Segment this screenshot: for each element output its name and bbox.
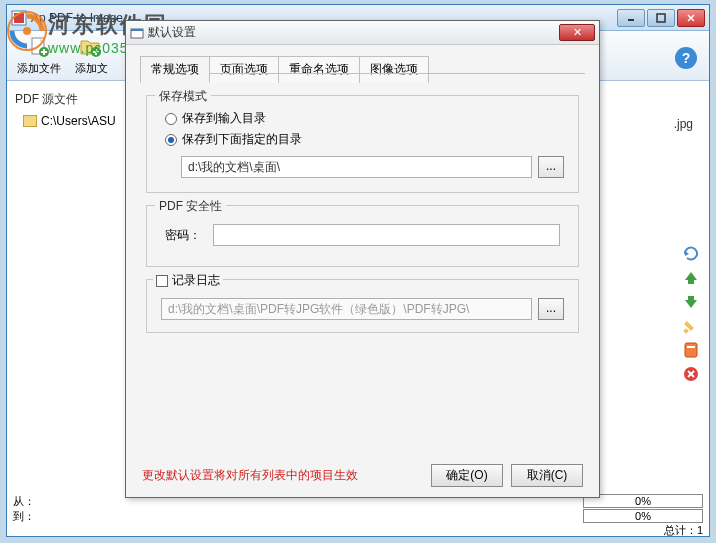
svg-marker-14 (685, 251, 689, 256)
cancel-button[interactable]: 取消(C) (511, 464, 583, 487)
total-count: 总计：1 (664, 523, 703, 538)
save-mode-legend: 保存模式 (155, 88, 211, 105)
edit-icon[interactable] (682, 317, 700, 335)
svg-marker-16 (685, 296, 697, 308)
log-label: 记录日志 (172, 272, 220, 289)
security-legend: PDF 安全性 (155, 198, 226, 215)
progress-area: 0% 0% (583, 494, 703, 524)
browse-save-button[interactable]: ... (538, 156, 564, 178)
password-input[interactable] (213, 224, 560, 246)
tab-general[interactable]: 常规选项 (140, 56, 210, 83)
save-mode-fieldset: 保存模式 保存到输入目录 保存到下面指定的目录 d:\我的文档\桌面\ ... (146, 95, 579, 193)
svg-rect-27 (131, 29, 143, 31)
log-fieldset: 记录日志 d:\我的文档\桌面\PDF转JPG软件（绿色版）\PDF转JPG\ … (146, 279, 579, 333)
close-button[interactable] (677, 9, 705, 27)
add-file-button[interactable]: 添加文件 (15, 33, 63, 76)
maximize-button[interactable] (647, 9, 675, 27)
app-icon (11, 10, 27, 26)
svg-rect-17 (683, 328, 689, 334)
password-row: 密码： (161, 218, 564, 252)
password-label: 密码： (165, 227, 205, 244)
svg-rect-3 (657, 14, 665, 22)
add-file-label: 添加文件 (17, 61, 61, 76)
dialog-footer: 更改默认设置将对所有列表中的项目生效 确定(O) 取消(C) (142, 464, 583, 487)
window-controls (617, 9, 705, 27)
minimize-button[interactable] (617, 9, 645, 27)
radio-save-input-label: 保存到输入目录 (182, 110, 266, 127)
progress-bar-2: 0% (583, 509, 703, 523)
log-path-row: d:\我的文档\桌面\PDF转JPG软件（绿色版）\PDF转JPG\ ... (161, 298, 564, 320)
source-path: C:\Users\ASU (41, 114, 116, 128)
delete-icon[interactable] (682, 365, 700, 383)
svg-rect-19 (685, 343, 697, 357)
svg-rect-1 (14, 13, 24, 23)
right-toolbar (679, 245, 703, 383)
tab-image[interactable]: 图像选项 (359, 56, 429, 83)
settings-dialog: 默认设置 ✕ 常规选项 页面选项 重命名选项 图像选项 保存模式 保存到输入目录… (125, 20, 600, 498)
radio-save-specified-label: 保存到下面指定的目录 (182, 131, 302, 148)
security-fieldset: PDF 安全性 密码： (146, 205, 579, 267)
svg-marker-15 (685, 272, 697, 284)
radio-unchecked-icon (165, 113, 177, 125)
dialog-content: 保存模式 保存到输入目录 保存到下面指定的目录 d:\我的文档\桌面\ ... … (126, 83, 599, 357)
save-path-row: d:\我的文档\桌面\ ... (181, 156, 564, 178)
radio-save-specified[interactable]: 保存到下面指定的目录 (161, 129, 564, 150)
add-file-icon (27, 35, 51, 59)
add-folder-icon (79, 35, 103, 59)
log-checkbox[interactable] (156, 275, 168, 287)
source-tree-item[interactable]: C:\Users\ASU (11, 112, 136, 130)
add-folder-button[interactable]: 添加文 (67, 33, 115, 76)
radio-checked-icon (165, 134, 177, 146)
tab-page[interactable]: 页面选项 (209, 56, 279, 83)
tab-strip: 常规选项 页面选项 重命名选项 图像选项 (126, 45, 599, 83)
add-folder-label: 添加文 (75, 61, 108, 76)
dialog-title: 默认设置 (148, 24, 559, 41)
browse-log-button[interactable]: ... (538, 298, 564, 320)
folder-icon (23, 115, 37, 127)
dialog-close-button[interactable]: ✕ (559, 24, 595, 41)
warning-text: 更改默认设置将对所有列表中的项目生效 (142, 467, 423, 484)
help-button[interactable]: ? (675, 47, 697, 69)
dialog-titlebar[interactable]: 默认设置 ✕ (126, 21, 599, 45)
tab-rename[interactable]: 重命名选项 (278, 56, 360, 83)
up-arrow-icon[interactable] (682, 269, 700, 287)
progress-bar-1: 0% (583, 494, 703, 508)
settings-icon (130, 26, 144, 40)
svg-rect-20 (687, 346, 695, 348)
down-arrow-icon[interactable] (682, 293, 700, 311)
log-path-input: d:\我的文档\桌面\PDF转JPG软件（绿色版）\PDF转JPG\ (161, 298, 532, 320)
save-path-input[interactable]: d:\我的文档\桌面\ (181, 156, 532, 178)
radio-save-input[interactable]: 保存到输入目录 (161, 108, 564, 129)
refresh-icon[interactable] (682, 245, 700, 263)
document-icon[interactable] (682, 341, 700, 359)
source-label: PDF 源文件 (11, 91, 136, 112)
output-file-label: .jpg (674, 117, 693, 131)
source-panel: PDF 源文件 C:\Users\ASU (11, 91, 136, 130)
status-bar: 从： 到： 0% 0% (13, 494, 703, 524)
ok-button[interactable]: 确定(O) (431, 464, 503, 487)
